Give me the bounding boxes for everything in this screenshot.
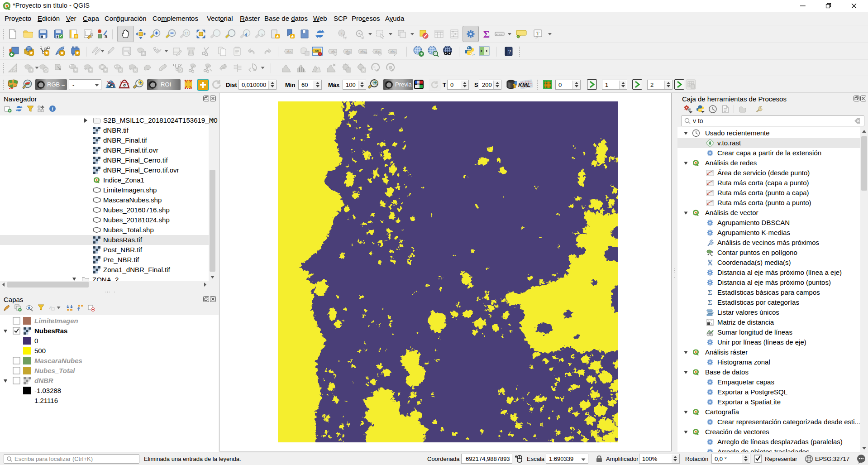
svg-text:ε: ε <box>49 304 52 311</box>
svg-text:abc: abc <box>286 49 292 53</box>
svg-text:Σ: Σ <box>708 289 712 296</box>
svg-text:KML: KML <box>518 82 530 88</box>
svg-text:abc: abc <box>390 49 396 53</box>
svg-text:T: T <box>536 30 540 37</box>
svg-text:a: a <box>105 34 108 39</box>
svg-text:Σ: Σ <box>708 299 712 306</box>
svg-text:?: ? <box>508 49 511 54</box>
svg-text:abc: abc <box>345 49 351 53</box>
svg-text:>: > <box>472 53 475 57</box>
svg-text:i: i <box>52 106 53 111</box>
svg-text:ab: ab <box>315 49 319 53</box>
svg-text:abc: abc <box>375 49 380 53</box>
svg-text:Σ: Σ <box>483 29 490 39</box>
svg-text:1:1: 1:1 <box>184 32 189 35</box>
svg-text:1: 1 <box>711 250 714 254</box>
